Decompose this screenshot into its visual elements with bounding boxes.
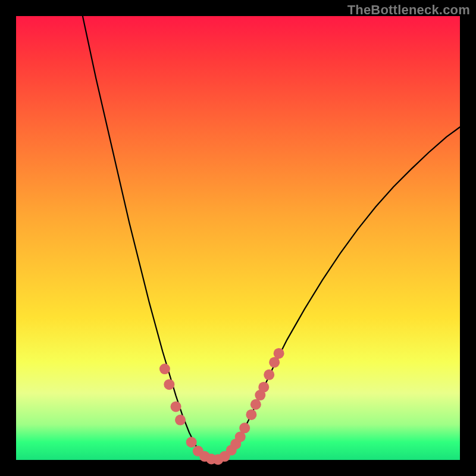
curve-marker — [171, 401, 181, 412]
curve-marker — [246, 409, 256, 420]
curve-marker — [274, 348, 284, 359]
curve-marker — [250, 399, 261, 410]
bottleneck-curve — [83, 16, 460, 460]
curve-markers — [159, 348, 284, 465]
curve-marker — [159, 364, 170, 374]
watermark-text: TheBottleneck.com — [347, 2, 470, 18]
curve-marker — [175, 415, 186, 425]
curve-marker — [239, 422, 250, 433]
chart-frame — [16, 16, 460, 460]
chart-svg — [16, 16, 460, 460]
curve-marker — [264, 369, 274, 380]
curve-marker — [164, 379, 174, 390]
curve-marker — [186, 437, 197, 447]
curve-marker — [258, 382, 269, 393]
